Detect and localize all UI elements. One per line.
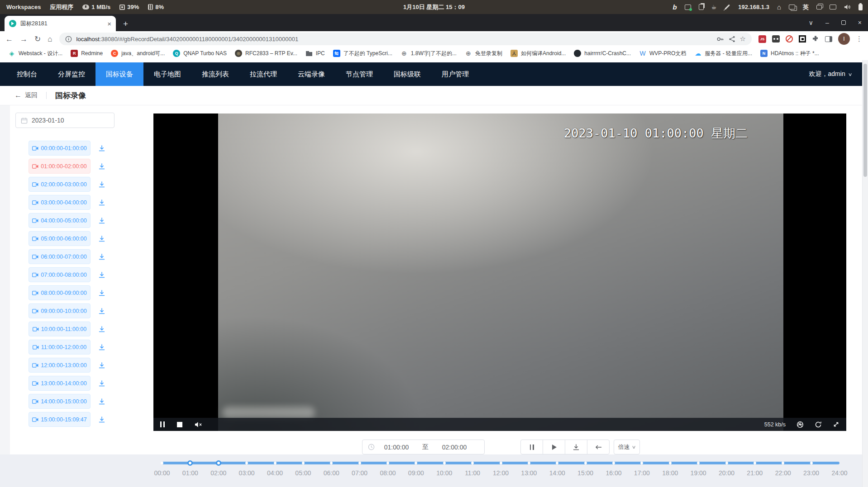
download-button[interactable] bbox=[565, 440, 587, 454]
pause-button[interactable] bbox=[520, 440, 543, 454]
record-chip[interactable]: 08:00:00-09:00:00 bbox=[29, 285, 91, 300]
nav-item-节点管理[interactable]: 节点管理 bbox=[335, 62, 383, 86]
timeline-handle[interactable] bbox=[216, 460, 221, 466]
download-icon[interactable] bbox=[98, 271, 105, 279]
side-panel-icon[interactable] bbox=[825, 36, 832, 42]
bookmark-star-icon[interactable]: ☆ bbox=[740, 35, 746, 43]
input-method-indicator[interactable]: 英 bbox=[803, 3, 809, 11]
bookmark-item[interactable]: IPC bbox=[302, 48, 329, 59]
back-icon[interactable]: ← bbox=[5, 35, 13, 43]
download-icon[interactable] bbox=[98, 217, 105, 224]
player-pause-icon[interactable] bbox=[160, 421, 165, 427]
page-scrollbar[interactable] bbox=[862, 60, 868, 487]
system-clock[interactable]: 1月10日 星期二 15：09 bbox=[403, 3, 465, 11]
nav-item-国标设备[interactable]: 国标设备 bbox=[95, 62, 143, 86]
start-time-value[interactable]: 01:00:00 bbox=[378, 444, 415, 451]
play-button[interactable] bbox=[543, 440, 565, 454]
extensions-puzzle-icon[interactable] bbox=[812, 35, 819, 43]
refresh-icon[interactable] bbox=[815, 421, 822, 428]
download-icon[interactable] bbox=[98, 199, 105, 206]
bookmark-item[interactable]: Cjava、android可... bbox=[107, 48, 168, 59]
window-close-icon[interactable]: × bbox=[858, 19, 862, 26]
coffee-icon[interactable]: ☕ bbox=[711, 4, 717, 10]
bookmark-item[interactable]: ◈Webstack - 设计... bbox=[5, 48, 66, 59]
bookmark-item[interactable]: hairrrrr/C-CrashC... bbox=[570, 48, 634, 59]
download-icon[interactable] bbox=[98, 416, 105, 423]
record-chip[interactable]: 11:00:00-12:00:00 bbox=[29, 340, 91, 355]
download-icon[interactable] bbox=[98, 344, 105, 351]
timeline-slider[interactable] bbox=[162, 462, 839, 464]
nav-item-用户管理[interactable]: 用户管理 bbox=[431, 62, 479, 86]
record-chip[interactable]: 15:00:00-15:09:47 bbox=[29, 412, 91, 427]
workspaces-button[interactable]: Workspaces bbox=[6, 4, 41, 10]
record-chip[interactable]: 05:00:00-06:00:00 bbox=[29, 231, 91, 246]
reload-icon[interactable]: ↻ bbox=[34, 35, 41, 43]
profile-avatar[interactable]: I bbox=[838, 33, 850, 45]
volume-icon[interactable] bbox=[844, 4, 851, 10]
tab-close-icon[interactable]: × bbox=[107, 20, 111, 27]
speed-dropdown[interactable]: 倍速 ∨ bbox=[614, 440, 640, 454]
download-icon[interactable] bbox=[98, 181, 105, 188]
date-picker-input[interactable]: 2023-01-10 bbox=[15, 113, 114, 128]
browser-tab[interactable]: 国标28181 × bbox=[5, 16, 116, 31]
record-chip[interactable]: 04:00:00-05:00:00 bbox=[29, 213, 91, 228]
bookmark-item[interactable]: NHDAtmos :: 种子 *... bbox=[757, 48, 823, 59]
nav-item-云端录像[interactable]: 云端录像 bbox=[287, 62, 335, 86]
download-icon[interactable] bbox=[98, 307, 105, 315]
download-icon[interactable] bbox=[98, 235, 105, 242]
address-bar[interactable]: localhost:38080/#/gbRecordDetail/3402000… bbox=[59, 33, 752, 45]
color-picker-icon[interactable] bbox=[725, 4, 730, 9]
nav-item-推流列表[interactable]: 推流列表 bbox=[191, 62, 239, 86]
download-icon[interactable] bbox=[98, 289, 105, 297]
record-chip[interactable]: 06:00:00-07:00:00 bbox=[29, 249, 91, 264]
bookmark-item[interactable]: ◎RFC2833 – RTP Ev... bbox=[231, 48, 301, 59]
bookmark-item[interactable]: QQNAP Turbo NAS bbox=[169, 48, 230, 59]
fullscreen-icon[interactable] bbox=[833, 421, 839, 428]
home-icon[interactable]: ⌂ bbox=[777, 3, 781, 11]
qr-extension-icon[interactable] bbox=[799, 35, 806, 43]
bookmark-item[interactable]: WWVP-PRO文档 bbox=[635, 48, 690, 59]
nav-item-国标级联[interactable]: 国标级联 bbox=[383, 62, 431, 86]
js-extension-icon[interactable]: JS bbox=[758, 35, 766, 43]
record-chip[interactable]: 07:00:00-08:00:00 bbox=[29, 267, 91, 282]
player-mute-icon[interactable] bbox=[195, 421, 202, 428]
record-chip[interactable]: 14:00:00-15:00:00 bbox=[29, 394, 91, 409]
window-restore-icon[interactable] bbox=[816, 5, 822, 9]
nav-item-分屏监控[interactable]: 分屏监控 bbox=[48, 62, 95, 86]
applications-button[interactable]: 应用程序 bbox=[50, 3, 73, 11]
screenshot-tool-icon[interactable] bbox=[685, 5, 691, 10]
forward-icon[interactable]: → bbox=[20, 35, 28, 43]
password-key-icon[interactable] bbox=[716, 36, 724, 43]
window-minimize-icon[interactable]: – bbox=[825, 19, 829, 26]
scrollbar-thumb[interactable] bbox=[863, 64, 867, 177]
record-chip[interactable]: 10:00:00-11:00:00 bbox=[29, 322, 91, 336]
clipboard-icon[interactable] bbox=[699, 4, 704, 10]
nav-item-控制台[interactable]: 控制台 bbox=[6, 62, 48, 86]
record-chip[interactable]: 03:00:00-04:00:00 bbox=[29, 195, 91, 210]
download-icon[interactable] bbox=[98, 163, 105, 170]
bookmark-item[interactable]: 人如何编译Android... bbox=[507, 48, 569, 59]
tab-search-icon[interactable]: ∨ bbox=[809, 19, 813, 26]
timeline-handle[interactable] bbox=[187, 460, 193, 466]
back-button[interactable]: ← 返回 bbox=[14, 91, 38, 99]
player-stop-icon[interactable] bbox=[177, 422, 182, 427]
bookmark-item[interactable]: RRedmine bbox=[67, 48, 106, 59]
download-icon[interactable] bbox=[98, 362, 105, 369]
record-chip[interactable]: 12:00:00-13:00:00 bbox=[29, 358, 91, 373]
display-icon[interactable] bbox=[830, 5, 836, 9]
record-chip[interactable]: 01:00:00-02:00:00 bbox=[29, 159, 91, 174]
download-icon[interactable] bbox=[98, 326, 105, 333]
record-chip[interactable]: 09:00:00-10:00:00 bbox=[29, 303, 91, 318]
record-chip[interactable]: 13:00:00-14:00:00 bbox=[29, 376, 91, 391]
share-icon[interactable] bbox=[729, 36, 735, 43]
record-chip[interactable]: 02:00:00-03:00:00 bbox=[29, 177, 91, 192]
seek-back-button[interactable] bbox=[587, 440, 610, 454]
bookmark-item[interactable]: ⊕1.8W字|了不起的... bbox=[397, 48, 460, 59]
nav-item-电子地图[interactable]: 电子地图 bbox=[143, 62, 191, 86]
home-button-icon[interactable]: ⌂ bbox=[48, 35, 52, 43]
ip-address-indicator[interactable]: 192.168.1.3 bbox=[738, 4, 769, 10]
download-icon[interactable] bbox=[98, 253, 105, 260]
new-tab-button[interactable]: + bbox=[123, 19, 128, 28]
end-time-value[interactable]: 02:00:00 bbox=[436, 444, 472, 451]
browser-menu-icon[interactable]: ⋮ bbox=[856, 35, 863, 43]
